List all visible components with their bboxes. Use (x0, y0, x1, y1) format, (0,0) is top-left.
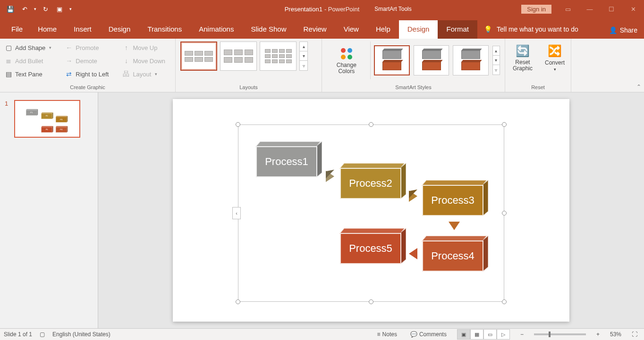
comments-icon: 💬 (410, 331, 417, 338)
redo-icon[interactable]: ↻ (39, 2, 52, 16)
notes-icon: ≡ (377, 331, 381, 338)
view-buttons: ▣ ▦ ▭ ▷ (457, 329, 510, 340)
styles-gallery-spinner[interactable]: ▴ ▾ ▿ (492, 46, 500, 75)
slide-thumbnail-1[interactable]: 1 P1 P2 P3 P4 P5 (5, 100, 93, 138)
style-option-3[interactable] (453, 45, 488, 75)
process-node-5[interactable]: Process5 (340, 233, 401, 264)
layouts-gallery-spinner[interactable]: ▴ ▾ ▿ (299, 41, 308, 71)
chevron-down-icon[interactable]: ▾ (49, 45, 51, 50)
slide-sorter-view-icon[interactable]: ▦ (470, 329, 483, 340)
slide-canvas[interactable]: ‹ Process1 Process2 Process3 Process4 (173, 99, 569, 322)
tab-help[interactable]: Help (367, 20, 399, 39)
tab-smartart-design[interactable]: Design (399, 20, 438, 39)
resize-handle-n[interactable] (369, 122, 373, 127)
process-node-1[interactable]: Process1 (256, 146, 317, 177)
style-option-2[interactable] (414, 45, 449, 75)
text-pane-icon: ▤ (5, 70, 12, 78)
layout-button: 品Layout▾ (122, 68, 170, 80)
reset-graphic-button[interactable]: 🔄 Reset Graphic (510, 41, 535, 74)
fit-to-window-icon[interactable]: ⛶ (629, 329, 640, 340)
scroll-down-icon[interactable]: ▾ (300, 51, 307, 61)
tab-review[interactable]: Review (295, 20, 335, 39)
smartart-selection[interactable]: ‹ Process1 Process2 Process3 Process4 (238, 124, 504, 302)
arrow-icon-2 (409, 191, 417, 202)
layout-icon: 品 (122, 70, 130, 78)
add-shape-icon: ▢ (5, 44, 12, 51)
qat-customize-icon[interactable]: ▾ (67, 2, 74, 16)
zoom-in-button[interactable]: + (593, 329, 602, 340)
group-create-graphic: ▢Add Shape▾ ←Promote ↑Move Up ≣Add Bulle… (0, 39, 176, 92)
undo-dropdown-icon[interactable]: ▾ (32, 2, 38, 16)
slide-count[interactable]: Slide 1 of 1 (4, 331, 32, 338)
tell-me-search[interactable]: 💡 Tell me what you want to do (477, 25, 585, 39)
spellcheck-icon[interactable]: ▢ (40, 331, 45, 338)
normal-view-icon[interactable]: ▣ (457, 329, 470, 340)
process-node-3[interactable]: Process3 (422, 185, 483, 216)
promote-button: ←Promote (65, 41, 114, 54)
process-node-2[interactable]: Process2 (340, 168, 401, 199)
maximize-icon[interactable]: ☐ (601, 2, 622, 16)
zoom-level[interactable]: 53% (610, 331, 621, 338)
zoom-out-button[interactable]: − (517, 329, 526, 340)
window-controls: Sign in ▭ — ☐ ✕ (521, 2, 644, 16)
gallery-expand-icon[interactable]: ▿ (300, 61, 307, 70)
slideshow-view-icon[interactable]: ▷ (497, 329, 510, 340)
tab-insert[interactable]: Insert (65, 20, 100, 39)
scroll-down-icon[interactable]: ▾ (493, 56, 500, 65)
arrow-icon-3 (449, 222, 460, 230)
tab-slide-show[interactable]: Slide Show (242, 20, 295, 39)
scroll-up-icon[interactable]: ▴ (300, 42, 307, 51)
layout-option-3[interactable] (260, 41, 297, 71)
tab-file[interactable]: File (8, 20, 29, 39)
thumbnail-preview[interactable]: P1 P2 P3 P4 P5 (14, 100, 80, 138)
scroll-up-icon[interactable]: ▴ (493, 46, 500, 56)
tab-view[interactable]: View (335, 20, 367, 39)
reading-view-icon[interactable]: ▭ (483, 329, 497, 340)
tab-home[interactable]: Home (29, 20, 65, 39)
arrow-down-icon: ↓ (122, 57, 130, 65)
start-from-beginning-icon[interactable]: ▣ (53, 2, 66, 16)
layout-option-2[interactable] (220, 41, 257, 71)
resize-handle-e[interactable] (502, 211, 507, 216)
ribbon-display-options-icon[interactable]: ▭ (557, 2, 579, 16)
layout-option-1[interactable] (180, 41, 217, 71)
comments-button[interactable]: 💬Comments (407, 329, 449, 340)
quick-access-toolbar: 💾 ↶ ▾ ↻ ▣ ▾ (0, 2, 74, 16)
slide-thumbnail-pane[interactable]: 1 P1 P2 P3 P4 P5 (0, 92, 98, 328)
save-icon[interactable]: 💾 (4, 2, 17, 16)
app-name: - PowerPoint (324, 6, 359, 13)
text-pane-toggle[interactable]: ‹ (232, 207, 241, 219)
tab-smartart-format[interactable]: Format (438, 20, 477, 39)
zoom-slider[interactable] (534, 333, 586, 335)
resize-handle-nw[interactable] (236, 122, 240, 127)
sign-in-button[interactable]: Sign in (521, 5, 551, 14)
language-label[interactable]: English (United States) (52, 331, 110, 338)
gallery-expand-icon[interactable]: ▿ (493, 65, 500, 75)
process-node-4[interactable]: Process4 (422, 240, 483, 272)
collapse-ribbon-icon[interactable]: ⌃ (636, 83, 641, 90)
close-icon[interactable]: ✕ (622, 2, 644, 16)
reset-icon: 🔄 (515, 43, 530, 58)
add-shape-button[interactable]: ▢Add Shape▾ (5, 41, 57, 54)
share-button[interactable]: 👤 Share (609, 26, 637, 34)
tab-animations[interactable]: Animations (190, 20, 242, 39)
undo-icon[interactable]: ↶ (18, 2, 31, 16)
arrow-right-icon: → (65, 57, 73, 65)
right-to-left-button[interactable]: ⇄Right to Left (65, 68, 114, 80)
resize-handle-sw[interactable] (236, 299, 240, 304)
zoom-slider-thumb[interactable] (549, 332, 551, 337)
resize-handle-ne[interactable] (502, 122, 507, 127)
ribbon: ▢Add Shape▾ ←Promote ↑Move Up ≣Add Bulle… (0, 39, 644, 92)
notes-button[interactable]: ≡Notes (374, 329, 400, 340)
change-colors-button[interactable]: Change Colors (327, 44, 366, 76)
tab-transitions[interactable]: Transitions (139, 20, 190, 39)
resize-handle-s[interactable] (369, 299, 373, 304)
chevron-down-icon: ▾ (554, 67, 556, 72)
style-option-1[interactable] (374, 45, 410, 75)
tab-design[interactable]: Design (100, 20, 139, 39)
resize-handle-se[interactable] (502, 299, 507, 304)
minimize-icon[interactable]: — (579, 2, 601, 16)
slide-editor[interactable]: ‹ Process1 Process2 Process3 Process4 (98, 92, 644, 328)
convert-button[interactable]: 🔀 Convert ▾ (542, 41, 568, 74)
text-pane-button[interactable]: ▤Text Pane (5, 68, 57, 80)
